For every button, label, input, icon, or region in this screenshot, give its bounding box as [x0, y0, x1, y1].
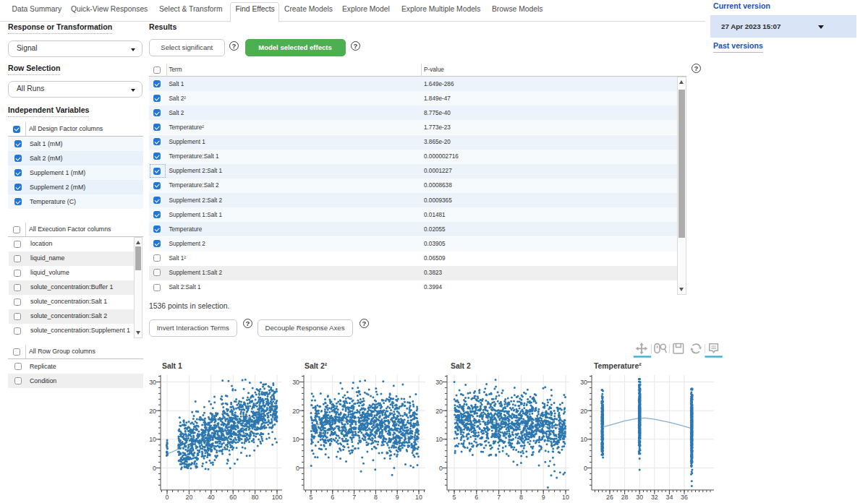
svg-text:36: 36: [681, 494, 688, 501]
svg-text:80: 80: [252, 494, 259, 501]
svg-text:Temperature²: Temperature²: [594, 362, 642, 370]
svg-text:5: 5: [453, 494, 456, 501]
svg-text:20: 20: [186, 494, 193, 501]
svg-text:6: 6: [475, 494, 478, 501]
svg-text:10: 10: [562, 494, 569, 501]
svg-text:Salt 2²: Salt 2²: [305, 362, 328, 370]
svg-text:20: 20: [580, 408, 587, 415]
svg-text:32: 32: [651, 494, 658, 501]
svg-text:28: 28: [621, 494, 629, 501]
svg-text:10: 10: [149, 436, 156, 443]
svg-text:20: 20: [435, 408, 443, 415]
svg-text:8: 8: [374, 494, 378, 501]
svg-text:0: 0: [439, 465, 443, 472]
svg-text:7: 7: [352, 494, 356, 501]
svg-text:7: 7: [497, 494, 501, 501]
svg-text:0: 0: [296, 465, 299, 472]
svg-text:30: 30: [292, 379, 299, 386]
svg-text:60: 60: [229, 494, 237, 501]
svg-text:20: 20: [149, 408, 156, 415]
svg-text:100: 100: [272, 494, 283, 501]
svg-text:10: 10: [415, 494, 422, 501]
svg-text:0: 0: [584, 465, 587, 472]
svg-text:30: 30: [149, 379, 156, 386]
svg-text:9: 9: [396, 494, 399, 501]
svg-text:Salt 2: Salt 2: [451, 362, 471, 370]
svg-text:8: 8: [519, 494, 523, 501]
svg-text:10: 10: [580, 436, 587, 443]
svg-text:26: 26: [606, 494, 613, 501]
svg-text:10: 10: [435, 436, 443, 443]
svg-text:30: 30: [580, 379, 587, 386]
svg-text:Salt 1: Salt 1: [162, 362, 182, 370]
svg-text:10: 10: [292, 436, 299, 443]
svg-text:0: 0: [166, 494, 169, 501]
svg-text:34: 34: [666, 494, 673, 501]
svg-text:9: 9: [542, 494, 545, 501]
svg-text:5: 5: [310, 494, 313, 501]
svg-text:20: 20: [292, 408, 299, 415]
svg-text:30: 30: [435, 379, 443, 386]
svg-text:0: 0: [153, 465, 156, 472]
svg-text:30: 30: [636, 494, 643, 501]
svg-text:40: 40: [208, 494, 215, 501]
svg-text:6: 6: [331, 494, 334, 501]
